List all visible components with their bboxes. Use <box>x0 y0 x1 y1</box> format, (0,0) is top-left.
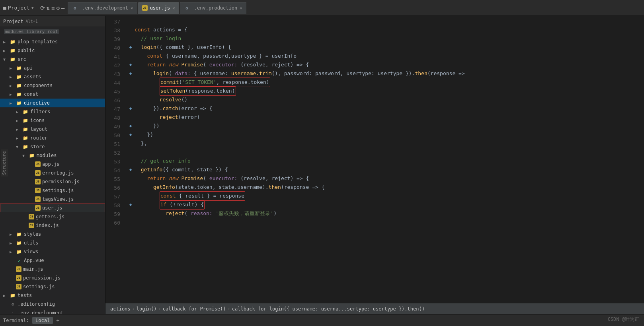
status-bar: actions › login() › callback for Promise… <box>105 303 644 314</box>
sidebar-title: Project <box>3 19 23 24</box>
gutter-icon: ◆ <box>127 200 135 209</box>
sidebar-item-editorconfig[interactable]: ▶ ⚙ .editorconfig <box>0 300 105 309</box>
sidebar-item-styles[interactable]: ▶ 📁 styles <box>0 230 105 239</box>
tab-label: .env.development <box>82 5 128 11</box>
sidebar-item-tagsview-js[interactable]: ▶ JS tagsView.js <box>0 195 105 204</box>
sidebar-item-user-js[interactable]: ▶ JS user.js <box>0 204 105 212</box>
sidebar-item-store[interactable]: ▼ 📁 store <box>0 142 105 151</box>
tab-env-production[interactable]: ⚙ .env.production ✕ <box>180 2 246 14</box>
red-highlight-if: if (!result) { <box>160 200 205 210</box>
sidebar-tree: ▶ 📁 plop-templates ▶ 📁 public ▼ 📁 src ▶ … <box>0 36 105 314</box>
sidebar-item-modules[interactable]: ▼ 📁 modules <box>0 151 105 160</box>
expand-arrow: ▼ <box>16 145 22 149</box>
item-label: router <box>30 135 47 141</box>
breadcrumb: actions › login() › callback for Promise… <box>110 306 425 312</box>
folder-icon: 📁 <box>22 126 29 132</box>
item-label: modules <box>37 153 57 158</box>
item-label: const <box>24 91 38 97</box>
sidebar-item-settings-js[interactable]: ▶ JS settings.js <box>0 186 105 195</box>
sidebar-item-tests[interactable]: ▶ 📁 tests <box>0 291 105 300</box>
top-bar: ■ Project ▼ ⟳ ⇅ ≡ ⚙ — ⚙ .env.development… <box>0 0 644 16</box>
code-area[interactable]: 37 38 39 40 41 42 43 44 45 46 47 48 49 5… <box>105 16 644 303</box>
expand-arrow: ▶ <box>16 127 22 132</box>
sidebar-item-components[interactable]: ▶ 📁 components <box>0 81 105 90</box>
tab-label: user.js <box>150 5 170 11</box>
env-file-icon: ⚙ <box>184 5 190 11</box>
sidebar-item-index-js[interactable]: ▶ JS index.js <box>0 221 105 230</box>
gutter-icon: ◆ <box>127 104 135 113</box>
expand-arrow: ▶ <box>16 110 22 114</box>
sidebar-item-directive[interactable]: ▶ 📁 directive <box>0 99 105 107</box>
code-line: }, <box>127 139 644 148</box>
expand-arrow: ▶ <box>3 293 10 298</box>
expand-arrow: ▼ <box>22 153 29 158</box>
folder-icon: 📁 <box>10 39 16 45</box>
sidebar-item-assets[interactable]: ▶ 📁 assets <box>0 72 105 81</box>
expand-arrow: ▶ <box>3 40 10 44</box>
folder-icon: 📁 <box>16 240 22 246</box>
sidebar-item-api[interactable]: ▶ 📁 api <box>0 64 105 72</box>
item-label: index.js <box>36 223 59 228</box>
sidebar-item-const[interactable]: ▶ 📁 const <box>0 90 105 99</box>
sidebar-item-views[interactable]: ▶ 📁 views <box>0 247 105 256</box>
sidebar-item-plop-templates[interactable]: ▶ 📁 plop-templates <box>0 37 105 46</box>
sync-icon[interactable]: ⟳ <box>40 5 45 11</box>
expand-arrow: ▶ <box>16 118 22 123</box>
terminal-bar: Terminal: Local + <box>0 314 644 326</box>
modules-root-banner: modules library root <box>0 27 105 36</box>
minimize-icon[interactable]: — <box>61 5 64 11</box>
structure-tab[interactable]: Structure <box>0 149 8 177</box>
sidebar-item-layout[interactable]: ▶ 📁 layout <box>0 125 105 134</box>
project-menu[interactable]: ■ Project ▼ <box>3 5 34 11</box>
sidebar-item-utils[interactable]: ▶ 📁 utils <box>0 239 105 247</box>
expand-icon[interactable]: ⇅ <box>47 5 50 11</box>
sidebar-item-src[interactable]: ▼ 📁 src <box>0 55 105 64</box>
item-label: app.js <box>42 161 59 167</box>
dot-file-icon: · <box>10 310 16 314</box>
sidebar-item-errorlog-js[interactable]: ▶ JS errorLog.js <box>0 169 105 177</box>
item-label: App.vue <box>24 258 44 263</box>
js-file-icon: JS <box>35 170 41 176</box>
folder-icon: 📁 <box>16 91 22 97</box>
code-line: ◆ return new Promise( executor: (resolve… <box>127 60 644 69</box>
plus-icon[interactable]: + <box>56 317 59 324</box>
breadcrumb-promise: callback for Promise() <box>163 306 226 312</box>
collapse-icon[interactable]: ≡ <box>51 5 55 11</box>
sidebar-item-permission-js[interactable]: ▶ JS permission.js <box>0 177 105 186</box>
sidebar-item-settings-js2[interactable]: ▶ JS settings.js <box>0 282 105 291</box>
terminal-tab[interactable]: Local <box>32 317 53 324</box>
code-line: ◆ }).catch(error => { <box>127 104 644 113</box>
item-label: store <box>30 144 45 149</box>
sidebar-item-permission-js2[interactable]: ▶ JS permission.js <box>0 274 105 282</box>
sidebar-item-icons[interactable]: ▶ 📁 icons <box>0 116 105 125</box>
code-line: // user login <box>127 34 644 43</box>
tab-close[interactable]: ✕ <box>172 6 175 11</box>
sidebar-item-app-vue[interactable]: ▶ ✔ App.vue <box>0 256 105 265</box>
tab-user-js[interactable]: JS user.js ✕ <box>138 2 179 14</box>
sidebar-item-filters[interactable]: ▶ 📁 filters <box>0 107 105 116</box>
red-highlight-result: const { result } = response <box>160 191 245 201</box>
sidebar-item-getters-js[interactable]: ▶ JS getters.js <box>0 212 105 221</box>
sidebar-item-env-dev[interactable]: ▶ · .env.development <box>0 309 105 314</box>
code-line: const { username, password,usertype } = … <box>127 52 644 60</box>
env-file-icon: ⚙ <box>72 5 78 11</box>
alt-label: Alt+1 <box>26 19 38 23</box>
attribution: CSDN @叶为正 <box>608 316 639 323</box>
code-line: // get user info <box>127 157 644 165</box>
gutter-icon: ◆ <box>127 130 135 139</box>
code-content[interactable]: const actions = { // user login ◆ login(… <box>123 16 644 303</box>
tab-env-development[interactable]: ⚙ .env.development ✕ <box>68 2 137 14</box>
folder-icon: 📁 <box>16 248 22 255</box>
sidebar-item-app-js[interactable]: ▶ JS app.js <box>0 160 105 169</box>
sidebar-item-router[interactable]: ▶ 📁 router <box>0 134 105 142</box>
js-file-icon: JS <box>35 196 41 202</box>
sidebar-item-main-js[interactable]: ▶ JS main.js <box>0 265 105 274</box>
sidebar-item-public[interactable]: ▶ 📁 public <box>0 46 105 55</box>
item-label: directive <box>24 100 50 106</box>
tab-close[interactable]: ✕ <box>131 6 133 11</box>
tab-close[interactable]: ✕ <box>240 6 242 11</box>
settings-icon[interactable]: ⚙ <box>57 5 60 11</box>
breadcrumb-sep: › <box>132 306 135 312</box>
js-file-icon: JS <box>35 188 41 193</box>
code-line: reject( reason: '鉴权失败，请重新登录') <box>127 209 644 218</box>
